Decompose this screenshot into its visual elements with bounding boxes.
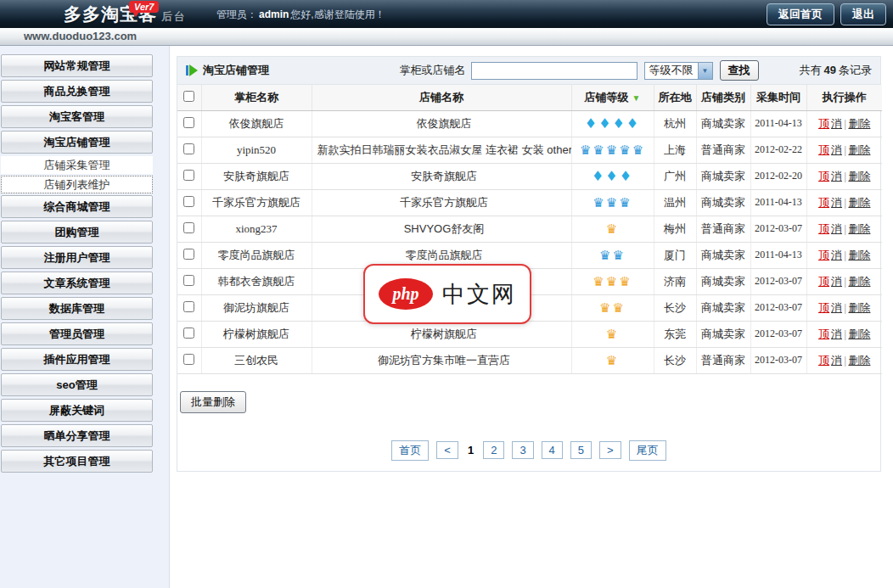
column-header: 店铺类别 [696, 85, 750, 110]
welcome-text: 管理员：admin您好,感谢登陆使用！ [216, 8, 385, 22]
row-checkbox[interactable] [183, 196, 194, 207]
cancel-action-link[interactable]: 消 [831, 196, 842, 209]
cancel-action-link[interactable]: 消 [831, 222, 842, 235]
chevron-down-icon: ▼ [698, 63, 712, 79]
sidebar-item-注册用户管理[interactable]: 注册用户管理 [1, 246, 153, 269]
pagination-link-4[interactable]: 4 [542, 441, 563, 459]
shop-level: ♛♛♛♛♛ [571, 137, 654, 163]
level-select[interactable]: 等级不限 ▼ [644, 62, 713, 80]
logout-button[interactable]: 退出 [840, 3, 886, 25]
top-action-link[interactable]: 顶 [818, 117, 829, 130]
row-checkbox[interactable] [183, 249, 194, 260]
cancel-action-link[interactable]: 消 [831, 275, 842, 288]
row-checkbox[interactable] [183, 328, 194, 339]
sidebar-item-网站常规管理[interactable]: 网站常规管理 [1, 54, 153, 77]
sidebar-item-商品兑换管理[interactable]: 商品兑换管理 [1, 80, 153, 103]
sidebar-item-店铺列表维护[interactable]: 店铺列表维护 [1, 176, 153, 193]
delete-action-link[interactable]: 删除 [848, 196, 870, 209]
content-panel: 淘宝店铺管理 掌柜或店铺名 等级不限 ▼ 查找 共有49条记录 [177, 56, 881, 472]
delete-action-link[interactable]: 删除 [848, 249, 870, 261]
delete-action-link[interactable]: 删除 [848, 354, 870, 367]
location: 厦门 [654, 242, 696, 268]
sidebar-item-其它项目管理[interactable]: 其它项目管理 [1, 450, 153, 473]
topbar: 多多淘宝客后台 Ver7 管理员：admin您好,感谢登陆使用！ 返回首页 退出 [0, 0, 893, 28]
row-checkbox[interactable] [183, 275, 194, 286]
delete-action-link[interactable]: 删除 [848, 301, 870, 314]
collect-date: 2012-03-07 [750, 321, 806, 347]
sidebar-item-淘宝客管理[interactable]: 淘宝客管理 [1, 105, 153, 128]
pagination-link-2[interactable]: 2 [483, 441, 504, 459]
shop-category: 商城卖家 [696, 163, 750, 189]
search-button[interactable]: 查找 [720, 60, 759, 81]
sidebar-item-seo管理[interactable]: seo管理 [1, 373, 153, 396]
pagination-link-5[interactable]: 5 [570, 441, 592, 459]
search-input[interactable] [471, 62, 637, 80]
sidebar-item-团购管理[interactable]: 团购管理 [1, 221, 153, 244]
top-action-link[interactable]: 顶 [818, 328, 829, 340]
pagination-link-首页[interactable]: 首页 [391, 440, 429, 461]
shop-category: 普通商家 [696, 216, 750, 242]
pagination-link-<[interactable]: < [436, 441, 458, 459]
shop-name: 安肤奇旗舰店 [312, 163, 571, 189]
shopkeeper-name: yipin520 [201, 137, 312, 163]
shop-name: 御泥坊官方集市唯一直营店 [312, 347, 571, 373]
column-header: 采集时间 [750, 85, 806, 110]
row-checkbox[interactable] [183, 222, 194, 233]
delete-action-link[interactable]: 删除 [848, 328, 870, 340]
delete-action-link[interactable]: 删除 [848, 222, 870, 235]
top-action-link[interactable]: 顶 [818, 275, 829, 288]
delete-action-link[interactable]: 删除 [848, 143, 870, 156]
row-checkbox[interactable] [183, 117, 194, 128]
sidebar-item-插件应用管理[interactable]: 插件应用管理 [1, 348, 153, 371]
cancel-action-link[interactable]: 消 [831, 117, 842, 130]
sidebar-item-管理员管理[interactable]: 管理员管理 [1, 322, 153, 345]
cancel-action-link[interactable]: 消 [831, 328, 842, 340]
top-action-link[interactable]: 顶 [818, 354, 829, 367]
top-action-link[interactable]: 顶 [818, 143, 829, 156]
sidebar-item-晒单分享管理[interactable]: 晒单分享管理 [1, 424, 153, 447]
cancel-action-link[interactable]: 消 [831, 143, 842, 156]
action-separator: | [844, 222, 846, 235]
location: 梅州 [654, 216, 696, 242]
cancel-action-link[interactable]: 消 [831, 170, 842, 182]
top-action-link[interactable]: 顶 [818, 249, 829, 261]
pagination-link-3[interactable]: 3 [512, 441, 533, 459]
sidebar-item-综合商城管理[interactable]: 综合商城管理 [1, 195, 153, 218]
pagination-link-尾页[interactable]: 尾页 [629, 440, 666, 461]
top-action-link[interactable]: 顶 [818, 301, 829, 314]
diamond-icon: ♦♦♦ [592, 168, 633, 184]
top-action-link[interactable]: 顶 [818, 196, 829, 209]
logo-suffix: 后台 [161, 10, 187, 23]
shop-category: 商城卖家 [696, 321, 750, 347]
actions-cell: 顶消|删除 [806, 347, 882, 373]
shops-table: 掌柜名称店铺名称店铺等级▼所在地店铺类别采集时间执行操作 依俊旗舰店依俊旗舰店♦… [177, 85, 882, 374]
row-checkbox-cell [177, 242, 201, 268]
table-row: 三创农民御泥坊官方集市唯一直营店♛长沙普通商家2012-03-07顶消|删除 [177, 347, 882, 373]
delete-action-link[interactable]: 删除 [848, 170, 870, 182]
delete-action-link[interactable]: 删除 [848, 117, 870, 130]
shopkeeper-name: 三创农民 [201, 347, 312, 373]
cancel-action-link[interactable]: 消 [831, 249, 842, 261]
row-checkbox[interactable] [183, 143, 194, 154]
pagination-link->[interactable]: > [599, 441, 621, 459]
collect-date: 2011-04-13 [750, 110, 806, 137]
sidebar-item-屏蔽关键词[interactable]: 屏蔽关键词 [1, 399, 153, 422]
row-checkbox[interactable] [183, 170, 194, 181]
sidebar-item-数据库管理[interactable]: 数据库管理 [1, 297, 153, 320]
top-action-link[interactable]: 顶 [818, 170, 829, 182]
batch-delete-button[interactable]: 批量删除 [180, 391, 246, 413]
sidebar-item-淘宝店铺管理[interactable]: 淘宝店铺管理 [1, 131, 153, 154]
top-action-link[interactable]: 顶 [818, 222, 829, 235]
row-checkbox[interactable] [183, 301, 194, 312]
sidebar-item-店铺采集管理[interactable]: 店铺采集管理 [1, 156, 153, 174]
location: 东莞 [654, 321, 696, 347]
select-all-checkbox[interactable] [183, 91, 194, 102]
delete-action-link[interactable]: 删除 [848, 275, 870, 288]
cancel-action-link[interactable]: 消 [831, 354, 842, 367]
shop-category: 商城卖家 [696, 268, 750, 294]
cancel-action-link[interactable]: 消 [831, 301, 842, 314]
actions-cell: 顶消|删除 [806, 216, 882, 242]
row-checkbox[interactable] [183, 354, 194, 365]
return-home-button[interactable]: 返回首页 [767, 3, 834, 25]
sidebar-item-文章系统管理[interactable]: 文章系统管理 [1, 272, 153, 294]
